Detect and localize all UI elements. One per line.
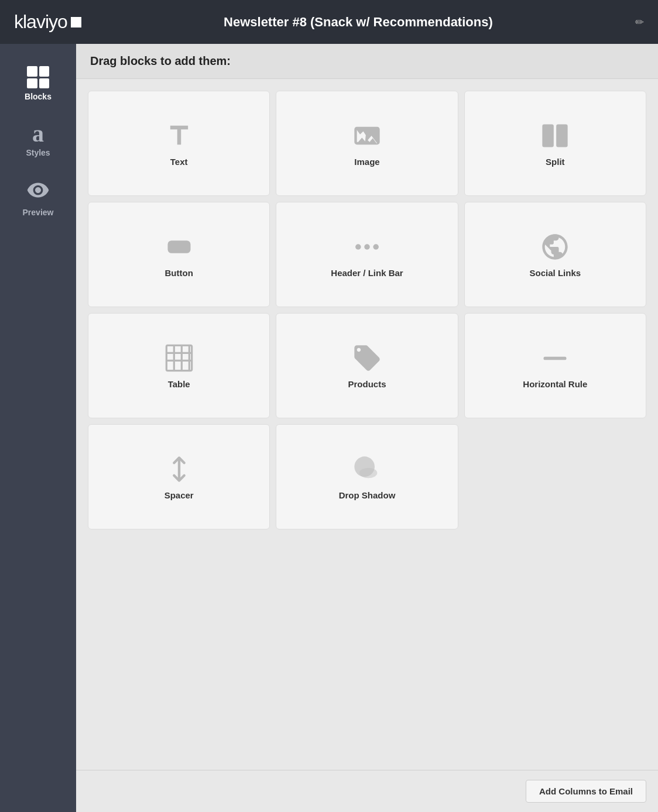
text-icon: [164, 121, 194, 151]
svg-rect-7: [166, 345, 191, 370]
page-title: Newsletter #8 (Snack w/ Recommendations): [100, 15, 616, 30]
social-links-icon: [540, 232, 570, 262]
logo: klaviyo: [14, 11, 81, 33]
drop-shadow-icon: [352, 454, 382, 484]
content-area: Drag blocks to add them: Text Image: [76, 44, 658, 812]
svg-rect-1: [543, 124, 554, 147]
sidebar-item-blocks-label: Blocks: [25, 92, 52, 101]
sidebar-item-styles-label: Styles: [26, 148, 50, 157]
drag-header: Drag blocks to add them:: [76, 44, 658, 79]
block-button-label: Button: [165, 268, 193, 278]
block-text-label: Text: [170, 157, 188, 167]
content-footer: Add Columns to Email: [76, 770, 658, 812]
block-social-links[interactable]: Social Links: [464, 202, 646, 307]
block-header-link-bar-label: Header / Link Bar: [331, 268, 403, 278]
block-split-label: Split: [546, 157, 565, 167]
svg-point-0: [369, 129, 373, 133]
logo-icon: [71, 17, 81, 27]
sidebar: Blocks a Styles Preview: [0, 44, 76, 812]
sidebar-item-preview[interactable]: Preview: [0, 168, 76, 228]
block-drop-shadow-label: Drop Shadow: [339, 490, 396, 500]
block-horizontal-rule-label: Horizontal Rule: [523, 379, 587, 389]
svg-point-5: [364, 244, 370, 250]
preview-eye-icon: [26, 178, 50, 205]
main-layout: Blocks a Styles Preview Drag blocks to a…: [0, 44, 658, 812]
button-icon: [164, 232, 194, 262]
svg-point-6: [373, 244, 379, 250]
styles-icon: a: [32, 122, 44, 146]
logo-text: klaviyo: [14, 11, 67, 33]
block-products-label: Products: [348, 379, 386, 389]
block-spacer[interactable]: Spacer: [88, 424, 270, 529]
blocks-icon: [27, 66, 49, 88]
products-icon: [352, 343, 382, 373]
block-button[interactable]: Button: [88, 202, 270, 307]
block-image[interactable]: Image: [276, 91, 458, 196]
block-split[interactable]: Split: [464, 91, 646, 196]
block-table[interactable]: Table: [88, 313, 270, 418]
block-spacer-label: Spacer: [164, 490, 194, 500]
block-social-links-label: Social Links: [530, 268, 581, 278]
svg-rect-2: [556, 124, 568, 147]
horizontal-rule-icon: [540, 343, 570, 373]
block-drop-shadow[interactable]: Drop Shadow: [276, 424, 458, 529]
image-icon: [352, 121, 382, 151]
sidebar-item-styles[interactable]: a Styles: [0, 112, 76, 168]
block-products[interactable]: Products: [276, 313, 458, 418]
split-icon: [540, 121, 570, 151]
add-columns-button[interactable]: Add Columns to Email: [526, 780, 646, 803]
blocks-grid: Text Image Split: [76, 79, 658, 770]
edit-icon[interactable]: ✏: [635, 16, 644, 29]
sidebar-item-preview-label: Preview: [23, 208, 54, 217]
block-header-link-bar[interactable]: Header / Link Bar: [276, 202, 458, 307]
svg-point-16: [359, 467, 377, 477]
header-link-bar-icon: [352, 232, 382, 262]
block-image-label: Image: [354, 157, 379, 167]
sidebar-item-blocks[interactable]: Blocks: [0, 56, 76, 112]
block-text[interactable]: Text: [88, 91, 270, 196]
block-table-label: Table: [168, 379, 190, 389]
spacer-icon: [164, 454, 194, 484]
svg-point-4: [355, 244, 361, 250]
svg-rect-3: [167, 240, 190, 253]
table-icon: [164, 343, 194, 373]
svg-rect-13: [544, 356, 567, 359]
app-header: klaviyo Newsletter #8 (Snack w/ Recommen…: [0, 0, 658, 44]
block-horizontal-rule[interactable]: Horizontal Rule: [464, 313, 646, 418]
